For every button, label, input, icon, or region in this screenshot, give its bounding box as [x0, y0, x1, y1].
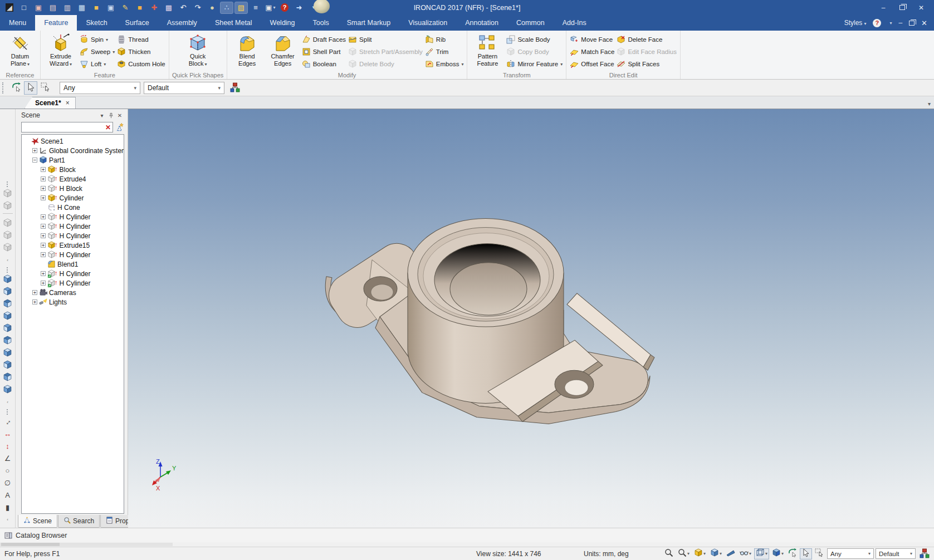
mdi-minimize-button[interactable]: –: [898, 19, 902, 27]
ribbon-tab[interactable]: Visualization: [399, 15, 456, 31]
tree-expander[interactable]: +: [32, 148, 37, 153]
close-button[interactable]: ✕: [917, 4, 925, 12]
tree-expander[interactable]: +: [41, 252, 46, 257]
tree-expander[interactable]: +: [41, 195, 46, 200]
shell-part-button[interactable]: Shell Part: [302, 47, 346, 57]
thread-button[interactable]: Thread: [117, 35, 165, 45]
trim-button[interactable]: Trim: [425, 47, 464, 57]
ribbon-tab[interactable]: Smart Markup: [338, 15, 400, 31]
tree-item[interactable]: + ↑ Block: [22, 165, 124, 174]
tab-overflow-icon[interactable]: ▾: [928, 101, 931, 107]
open-catalog-icon[interactable]: ■ ▾: [134, 2, 146, 13]
boolean-shape-icon[interactable]: [2, 201, 14, 212]
part-model[interactable]: [128, 109, 934, 528]
union-shape-icon[interactable]: [2, 218, 14, 229]
shape-cube-3-icon[interactable]: [2, 299, 14, 310]
measure-radius-icon[interactable]: ○: [2, 465, 14, 476]
status-filter-combo[interactable]: Any▾: [827, 548, 874, 559]
select-arrow-icon[interactable]: [24, 81, 37, 95]
zoom-window-icon[interactable]: ▾: [663, 548, 675, 559]
measure-distance-icon[interactable]: ↔: [2, 416, 14, 427]
split-faces-button[interactable]: Split Faces: [617, 59, 677, 69]
datum-plane-button[interactable]: Datum Plane▾: [3, 32, 37, 71]
toolbar-separator[interactable]: [3, 213, 13, 217]
zoom-options-icon[interactable]: ▾: [676, 548, 691, 559]
toolbar-drag-handle[interactable]: [7, 409, 9, 415]
annotation-icon[interactable]: A: [2, 490, 14, 500]
spin-button[interactable]: Spin▾: [80, 35, 115, 45]
tree-item[interactable]: + ↑ Cylinder: [22, 193, 124, 203]
ribbon-options-icon[interactable]: ▾: [889, 21, 892, 26]
redo-icon[interactable]: ↷ ▾: [192, 2, 204, 13]
tree-item[interactable]: − ↑ Part1: [22, 155, 124, 165]
select-shape-icon[interactable]: ▾: [786, 548, 799, 559]
ribbon-tab[interactable]: Assembly: [158, 15, 206, 31]
tree-expander[interactable]: +: [32, 299, 37, 304]
tree-item[interactable]: + ↑ H Cylinder: [22, 231, 124, 240]
flyout-arrow-icon[interactable]: ‹: [2, 255, 14, 266]
tree-filter-icon[interactable]: [115, 122, 124, 132]
delete-face-button[interactable]: Delete Face: [617, 35, 677, 45]
toolbar-drag-handle[interactable]: [7, 181, 9, 187]
ribbon-tab[interactable]: Common: [507, 15, 554, 31]
shape-cube-9-icon[interactable]: [2, 372, 14, 383]
insert-part-icon[interactable]: ✚ ▾: [148, 2, 160, 13]
help-icon[interactable]: ? ▾: [278, 2, 291, 13]
render-mode-icon[interactable]: ▾: [708, 548, 723, 559]
match-face-button[interactable]: Match Face: [570, 47, 614, 57]
tree-expander[interactable]: +: [41, 224, 46, 229]
open-file-icon[interactable]: ■ ▾: [90, 2, 102, 13]
custom-hole-button[interactable]: Custom Hole: [117, 59, 165, 69]
mirror-feature-button[interactable]: Mirror Feature▾: [506, 59, 563, 69]
styles-dropdown[interactable]: Styles▾: [844, 19, 867, 27]
shape-cube-4-icon[interactable]: [2, 311, 14, 322]
restore-button[interactable]: [899, 5, 905, 10]
mdi-restore-button[interactable]: [909, 21, 915, 26]
blend-edges-button[interactable]: Blend Edges: [231, 32, 264, 71]
list-view-icon[interactable]: ≡ ▾: [250, 2, 262, 13]
catalog-panel-icon[interactable]: ▧ ▾: [235, 2, 247, 13]
select-rect-icon[interactable]: ▾: [813, 548, 825, 559]
ribbon-tab[interactable]: Welding: [261, 15, 304, 31]
tree-item[interactable]: ↑ Blend1: [22, 259, 124, 269]
tree-expander[interactable]: +: [41, 281, 46, 286]
toolbar-drag-handle[interactable]: [2, 82, 5, 94]
subtract-shape-icon[interactable]: [2, 243, 14, 253]
select-arrow-icon[interactable]: ▾: [800, 548, 812, 559]
dimension-horizontal-icon[interactable]: ↔: [2, 429, 14, 439]
shape-cube-5-icon[interactable]: [2, 323, 14, 334]
insert-shape-icon[interactable]: [2, 189, 14, 199]
catalog-browser-bar[interactable]: Catalog Browser: [0, 528, 934, 542]
measure-angle-icon[interactable]: ∠: [2, 453, 14, 464]
tree-expander[interactable]: +: [41, 233, 46, 238]
document-tab-close-icon[interactable]: ×: [66, 99, 70, 107]
assembly-template-icon[interactable]: ▥ ▾: [61, 2, 74, 13]
tree-expander[interactable]: −: [32, 158, 37, 163]
tree-expander[interactable]: +: [41, 167, 46, 172]
select-rect-icon[interactable]: [38, 81, 52, 95]
loft-button[interactable]: Loft▾: [80, 59, 115, 69]
ribbon-tab[interactable]: Menu: [0, 15, 35, 31]
publish-icon[interactable]: ➜ ▾: [293, 2, 305, 13]
structure-hierarchy-icon[interactable]: [920, 548, 931, 559]
shape-cube-2-icon[interactable]: [2, 287, 14, 297]
flyout-arrow-icon[interactable]: ‹: [2, 397, 14, 407]
ribbon-tab[interactable]: Sketch: [77, 15, 116, 31]
offset-face-button[interactable]: Offset Face: [570, 59, 614, 69]
camera-view-icon[interactable]: ▾: [754, 548, 769, 559]
catalog-scrollbar[interactable]: [0, 542, 934, 547]
tree-item[interactable]: + ↑ Global Coordinate System: [22, 146, 124, 155]
intersect-shape-icon[interactable]: [2, 230, 14, 241]
tree-search-field[interactable]: ✕: [21, 122, 113, 132]
pattern-feature-button[interactable]: Pattern Feature: [471, 32, 504, 71]
flyout-arrow-icon[interactable]: ‹: [2, 514, 14, 525]
tree-item[interactable]: + ↑ H Cylinder: [22, 222, 124, 231]
tree-item[interactable]: + ↑ H Cylinder: [22, 250, 124, 259]
dimension-vertical-icon[interactable]: ↕: [2, 441, 14, 451]
draft-faces-button[interactable]: Draft Faces: [302, 35, 346, 45]
help-icon[interactable]: ?: [873, 19, 881, 27]
shape-cube-6-icon[interactable]: [2, 336, 14, 346]
part-template-icon[interactable]: ▤ ▾: [47, 2, 59, 13]
move-face-button[interactable]: Move Face: [570, 35, 614, 45]
ribbon-tab[interactable]: Annotation: [456, 15, 507, 31]
